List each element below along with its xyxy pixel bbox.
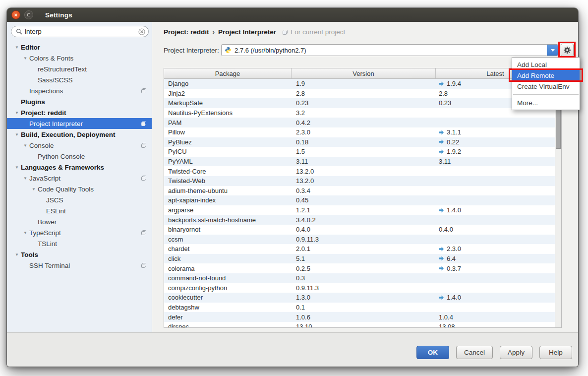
chevron-down-icon[interactable]: ▼ xyxy=(13,45,21,50)
interpreter-combobox[interactable]: 2.7.6 (/usr/bin/python2.7) xyxy=(221,44,558,56)
table-row-django[interactable]: Django1.91.9.4 xyxy=(164,79,555,89)
sidebar-item-plugins[interactable]: Plugins xyxy=(7,96,152,107)
settings-copy-icon xyxy=(141,88,147,94)
annotation-box-add-remote xyxy=(509,68,583,82)
sidebar-item-editor[interactable]: ▼Editor xyxy=(7,42,152,53)
sidebar-item-restructuredtext[interactable]: reStructuredText xyxy=(7,63,152,74)
package-name: dirspec xyxy=(164,323,292,327)
sidebar-item-eslint[interactable]: ESLint xyxy=(7,205,152,216)
table-row-colorama[interactable]: colorama0.2.50.3.7 xyxy=(164,263,555,273)
table-row-binaryornot[interactable]: binaryornot0.4.00.4.0 xyxy=(164,225,555,235)
close-button[interactable]: × xyxy=(11,10,20,19)
sidebar-item-project-interpreter[interactable]: Project Interpreter xyxy=(7,118,152,129)
sidebar-item-project-reddit[interactable]: ▼Project: reddit xyxy=(7,107,152,118)
python-icon xyxy=(225,47,232,54)
package-version: 13.10 xyxy=(292,323,436,327)
upgrade-arrow-icon xyxy=(439,256,444,261)
breadcrumb-project[interactable]: Project: reddit xyxy=(164,28,209,36)
latest-version-text: 3.11 xyxy=(439,158,451,165)
package-table-header: PackageVersionLatest xyxy=(164,68,561,79)
breadcrumb-separator: › xyxy=(213,28,215,36)
sidebar-item-build-execution-deployment[interactable]: ▼Build, Execution, Deployment xyxy=(7,129,152,140)
table-row-click[interactable]: click5.16.4 xyxy=(164,254,555,264)
table-row-pybluez[interactable]: PyBluez0.180.22 xyxy=(164,137,555,147)
latest-version-text: 1.4.0 xyxy=(447,206,461,214)
package-version: 2.0.1 xyxy=(292,245,436,252)
table-row-pyyaml[interactable]: PyYAML3.113.11 xyxy=(164,157,555,167)
sidebar-item-label: Build, Execution, Deployment xyxy=(21,131,116,138)
sidebar-item-languages-frameworks[interactable]: ▼Languages & Frameworks xyxy=(7,162,152,173)
table-row-argparse[interactable]: argparse1.2.11.4.0 xyxy=(164,205,555,215)
package-version: 3.11 xyxy=(292,158,436,165)
table-row-compizconfig-python[interactable]: compizconfig-python0.9.11.3 xyxy=(164,283,555,293)
sidebar-item-sass-scss[interactable]: Sass/SCSS xyxy=(7,74,152,85)
cancel-button[interactable]: Cancel xyxy=(456,346,493,359)
table-row-ccsm[interactable]: ccsm0.9.11.3 xyxy=(164,235,555,245)
table-row-jinja2[interactable]: Jinja22.82.8 xyxy=(164,89,555,99)
sidebar-item-tools[interactable]: ▼Tools xyxy=(7,249,152,260)
table-row-twisted-core[interactable]: Twisted-Core13.2.0 xyxy=(164,166,555,176)
settings-search-box[interactable] xyxy=(11,26,149,37)
sidebar-item-colors-fonts[interactable]: ▼Colors & Fonts xyxy=(7,53,152,63)
chevron-down-icon[interactable]: ▼ xyxy=(21,56,29,61)
chevron-down-icon[interactable]: ▼ xyxy=(13,165,21,170)
gear-popup-menu: Add LocalAdd RemoteCreate VirtualEnvMore… xyxy=(512,57,580,110)
table-row-nautilus-pyextensions[interactable]: Nautilus-PyExtensions3.2 xyxy=(164,108,555,118)
table-row-pyicu[interactable]: PyICU1.51.9.2 xyxy=(164,147,555,157)
chevron-down-icon[interactable]: ▼ xyxy=(13,111,21,115)
latest-version-text: 2.8 xyxy=(439,90,448,97)
menu-separator xyxy=(513,94,579,95)
package-name: binaryornot xyxy=(164,226,292,233)
sidebar-item-javascript[interactable]: ▼JavaScript xyxy=(7,173,152,184)
package-name: Jinja2 xyxy=(164,90,292,97)
chevron-down-icon[interactable]: ▼ xyxy=(21,176,29,181)
sidebar-item-bower[interactable]: Bower xyxy=(7,216,152,227)
clear-search-icon[interactable] xyxy=(138,28,145,35)
chevron-down-icon[interactable]: ▼ xyxy=(30,187,38,191)
sidebar-item-console[interactable]: ▼Console xyxy=(7,140,152,151)
sidebar-item-code-quality-tools[interactable]: ▼Code Quality Tools xyxy=(7,184,152,194)
apply-button[interactable]: Apply xyxy=(500,346,532,359)
search-input[interactable] xyxy=(25,28,138,35)
package-version: 2.3.0 xyxy=(292,128,436,136)
table-row-adium-theme-ubuntu[interactable]: adium-theme-ubuntu0.3.4 xyxy=(164,186,555,196)
table-row-cookiecutter[interactable]: cookiecutter1.3.01.4.0 xyxy=(164,293,555,303)
table-row-pam[interactable]: PAM0.4.2 xyxy=(164,118,555,127)
column-header-package[interactable]: Package xyxy=(164,68,292,78)
menu-item-more[interactable]: More... xyxy=(512,97,580,108)
sidebar-item-tslint[interactable]: TSLint xyxy=(7,238,152,249)
chevron-down-icon[interactable]: ▼ xyxy=(21,143,29,148)
table-scrollbar[interactable] xyxy=(555,79,561,327)
table-row-chardet[interactable]: chardet2.0.12.3.0 xyxy=(164,244,555,254)
sidebar-item-inspections[interactable]: Inspections xyxy=(7,85,152,96)
table-row-apt-xapian-index[interactable]: apt-xapian-index0.45 xyxy=(164,195,555,205)
sidebar-item-python-console[interactable]: Python Console xyxy=(7,151,152,162)
package-version: 5.1 xyxy=(292,255,436,262)
latest-version-text: 1.9.2 xyxy=(447,148,461,155)
table-row-dirspec[interactable]: dirspec13.1013.08 xyxy=(164,322,555,327)
table-row-debtagshw[interactable]: debtagshw0.1 xyxy=(164,303,555,313)
chevron-down-icon[interactable]: ▼ xyxy=(13,252,21,257)
table-row-twisted-web[interactable]: Twisted-Web13.2.0 xyxy=(164,176,555,186)
ok-button[interactable]: OK xyxy=(416,346,449,359)
sidebar-item-typescript[interactable]: ▼TypeScript xyxy=(7,227,152,238)
interpreter-dropdown-button[interactable] xyxy=(547,45,558,56)
chevron-down-icon[interactable]: ▼ xyxy=(13,132,21,137)
table-row-backports-ssl-match-hostname[interactable]: backports.ssl-match-hostname3.4.0.2 xyxy=(164,215,555,225)
sidebar-item-label: TypeScript xyxy=(29,229,61,237)
help-button[interactable]: Help xyxy=(539,346,572,359)
maximize-button[interactable] xyxy=(24,10,33,19)
sidebar-item-jscs[interactable]: JSCS xyxy=(7,194,152,205)
package-name: cookiecutter xyxy=(164,294,292,301)
table-row-command-not-found[interactable]: command-not-found0.3 xyxy=(164,273,555,283)
upgrade-arrow-icon xyxy=(439,130,444,135)
menu-item-create-virtualenv[interactable]: Create VirtualEnv xyxy=(512,81,580,92)
column-header-version[interactable]: Version xyxy=(292,68,436,78)
sidebar-item-label: Python Console xyxy=(38,153,85,160)
table-row-markupsafe[interactable]: MarkupSafe0.230.23 xyxy=(164,98,555,108)
package-latest: 3.11 xyxy=(436,158,555,165)
table-row-pillow[interactable]: Pillow2.3.03.1.1 xyxy=(164,127,555,137)
table-row-defer[interactable]: defer1.0.61.0.4 xyxy=(164,312,555,322)
sidebar-item-ssh-terminal[interactable]: SSH Terminal xyxy=(7,260,152,271)
chevron-down-icon[interactable]: ▼ xyxy=(21,231,29,235)
